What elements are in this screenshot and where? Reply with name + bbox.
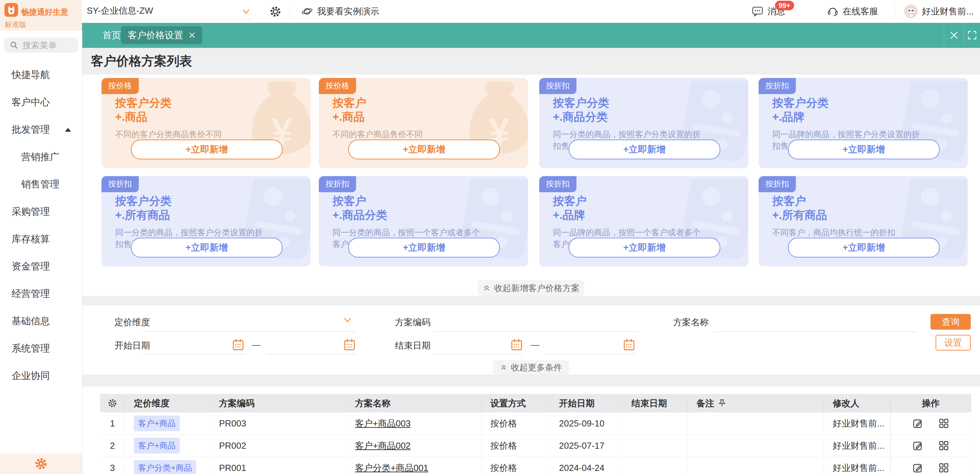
- logo-icon: [4, 3, 19, 17]
- user-name[interactable]: 好业财售前...: [922, 0, 974, 22]
- messages-count-badge: 99+: [775, 1, 794, 10]
- add-scheme-button[interactable]: +立即新增: [131, 139, 283, 160]
- scheme-name-link[interactable]: 客户+商品002: [355, 440, 411, 452]
- chevron-down-icon[interactable]: [241, 8, 251, 16]
- more-actions-icon[interactable]: [938, 440, 949, 451]
- add-scheme-button[interactable]: +立即新增: [569, 238, 721, 257]
- sidebar-item-funds-mgmt[interactable]: 资金管理: [0, 253, 82, 280]
- dimension-tag: 客户+商品: [134, 438, 180, 453]
- row-index: 1: [100, 412, 125, 435]
- start-date-to-input[interactable]: [267, 354, 356, 354]
- add-scheme-button[interactable]: +立即新增: [788, 139, 940, 160]
- end-date-from-input[interactable]: [434, 354, 523, 354]
- row-code: PR001: [210, 457, 346, 474]
- date-range-dash: —: [531, 340, 539, 350]
- table-header-8: 修改人: [824, 394, 891, 412]
- row-method: 按价格: [482, 457, 550, 474]
- chevron-down-icon[interactable]: [342, 316, 353, 324]
- table-header-4: 设置方式: [482, 394, 550, 412]
- calendar-icon[interactable]: [623, 338, 635, 351]
- card-title-line1: 按客户分类: [772, 96, 829, 110]
- add-scheme-button[interactable]: +立即新增: [348, 238, 500, 257]
- card-badge: 按价格: [319, 78, 356, 94]
- scheme-name-link[interactable]: 客户分类+商品001: [355, 462, 428, 474]
- collapse-new-scheme-button[interactable]: 收起新增客户价格方案: [478, 280, 584, 296]
- table-header-label: 设置方式: [490, 397, 526, 409]
- calendar-icon[interactable]: [344, 338, 355, 351]
- avatar[interactable]: [904, 5, 918, 18]
- gear-icon[interactable]: [34, 457, 48, 471]
- table-header-5: 开始日期: [550, 394, 622, 412]
- demo-link[interactable]: 我要看实例演示: [301, 0, 379, 22]
- query-button[interactable]: 查询: [931, 314, 971, 330]
- table-header-7[interactable]: 备注: [687, 394, 824, 412]
- sidebar-item-label: 经营管理: [12, 287, 50, 300]
- calendar-icon[interactable]: [511, 338, 522, 351]
- add-scheme-button[interactable]: +立即新增: [348, 139, 500, 160]
- scheme-code-input[interactable]: [434, 331, 638, 332]
- tab-customer-price-settings[interactable]: 客户价格设置: [121, 26, 202, 44]
- settings-button[interactable]: 设置: [935, 335, 971, 351]
- sidebar: 搜索菜单 快捷导航客户中心批发管理营销推广销售管理采购管理库存核算资金管理经营管…: [0, 31, 82, 474]
- organization-select[interactable]: SY-企业信息-ZW: [87, 5, 251, 19]
- end-date-to-input[interactable]: [545, 354, 636, 354]
- start-date-from-input[interactable]: [143, 354, 245, 354]
- tab-home[interactable]: 首页: [102, 22, 121, 48]
- table-header-label: 方案编码: [219, 397, 255, 409]
- column-settings-gear-icon[interactable]: [100, 394, 125, 412]
- collapse-label: 收起新增客户价格方案: [494, 282, 579, 294]
- table-header-label: 结束日期: [632, 397, 667, 409]
- sidebar-item-enterprise-collab[interactable]: 企业协同: [0, 362, 82, 389]
- logo-block: 畅捷通好生意 标准版: [0, 0, 82, 31]
- sidebar-search-input[interactable]: 搜索菜单: [4, 38, 78, 53]
- dimension-select[interactable]: [143, 331, 356, 332]
- scheme-name-link[interactable]: 客户+商品003: [355, 418, 411, 429]
- topbar-divider: [290, 5, 290, 18]
- card-badge: 按价格: [102, 78, 139, 94]
- card-title: 按客户 +.商品分类: [332, 194, 387, 222]
- close-all-tabs-icon[interactable]: [944, 22, 964, 48]
- close-icon[interactable]: [189, 32, 196, 39]
- table-header-1: 定价维度: [125, 394, 210, 412]
- row-modifier: 好业财售前...: [824, 435, 891, 457]
- add-scheme-button[interactable]: +立即新增: [569, 139, 721, 160]
- price-scheme-card: 按折扣按客户 +.品牌同一品牌的商品，按照一个客户或者多个客户设置的折扣售卖+立…: [539, 176, 748, 267]
- sidebar-item-operation-mgmt[interactable]: 经营管理: [0, 280, 82, 308]
- sidebar-item-marketing-promo[interactable]: 营销推广: [0, 143, 82, 171]
- date-range-dash: —: [252, 340, 261, 350]
- card-title-line2: +.所有商品: [772, 208, 827, 222]
- search-placeholder: 搜索菜单: [22, 40, 57, 51]
- more-actions-icon[interactable]: [938, 418, 949, 429]
- more-actions-icon[interactable]: [938, 462, 949, 473]
- sidebar-item-basic-info[interactable]: 基础信息: [0, 308, 82, 335]
- sidebar-item-purchase-mgmt[interactable]: 采购管理: [0, 198, 82, 225]
- scheme-name-label: 方案名称: [673, 316, 709, 328]
- card-title-line2: +.商品: [332, 110, 366, 124]
- sidebar-item-inventory-accounting[interactable]: 库存核算: [0, 225, 82, 253]
- price-scheme-card: ¥按价格按客户分类 +.商品不同的客户分类商品售价不同+立即新增: [102, 78, 310, 168]
- gear-icon[interactable]: [269, 5, 282, 18]
- card-title-line1: 按客户分类: [115, 96, 172, 110]
- row-end-date: [622, 435, 687, 457]
- sidebar-item-label: 库存核算: [12, 233, 50, 246]
- card-badge: 按折扣: [102, 176, 139, 192]
- edit-icon[interactable]: [912, 418, 923, 429]
- add-scheme-button[interactable]: +立即新增: [131, 238, 283, 257]
- table-header-3: 方案名称: [346, 394, 482, 412]
- card-title: 按客户分类 +.品牌: [772, 96, 829, 124]
- sidebar-item-wholesale-mgmt[interactable]: 批发管理: [0, 116, 82, 143]
- online-support-button[interactable]: 在线客服: [827, 0, 878, 22]
- sidebar-item-label: 批发管理: [12, 123, 50, 136]
- calendar-icon[interactable]: [232, 338, 244, 351]
- sidebar-item-system-mgmt[interactable]: 系统管理: [0, 335, 82, 362]
- edit-icon[interactable]: [912, 440, 923, 451]
- add-scheme-button[interactable]: +立即新增: [788, 238, 940, 257]
- fullscreen-icon[interactable]: [964, 22, 980, 48]
- sidebar-item-customer-center[interactable]: 客户中心: [0, 89, 82, 116]
- edit-icon[interactable]: [912, 462, 923, 473]
- planet-icon: [301, 5, 313, 17]
- collapse-more-filters-button[interactable]: 收起更多条件: [493, 360, 569, 375]
- sidebar-item-sales-mgmt[interactable]: 销售管理: [0, 171, 82, 198]
- scheme-name-input[interactable]: [714, 331, 917, 332]
- sidebar-item-quick-nav[interactable]: 快捷导航: [0, 61, 82, 89]
